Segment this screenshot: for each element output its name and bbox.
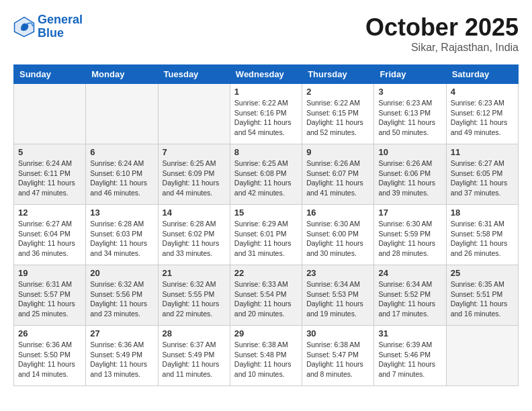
calendar-cell: 29Sunrise: 6:38 AMSunset: 5:48 PMDayligh… xyxy=(230,326,302,386)
calendar-cell: 18Sunrise: 6:31 AMSunset: 5:58 PMDayligh… xyxy=(446,205,518,265)
day-header-sunday: Sunday xyxy=(14,65,86,84)
day-number: 16 xyxy=(306,208,369,218)
day-header-thursday: Thursday xyxy=(302,65,374,84)
week-row-1: 5Sunrise: 6:24 AMSunset: 6:11 PMDaylight… xyxy=(14,144,519,205)
day-number: 9 xyxy=(306,147,369,157)
day-info: Sunrise: 6:22 AMSunset: 6:15 PMDaylight:… xyxy=(306,98,369,138)
calendar-cell xyxy=(158,84,230,144)
day-number: 26 xyxy=(18,328,81,338)
day-info: Sunrise: 6:30 AMSunset: 6:00 PMDaylight:… xyxy=(306,219,369,259)
day-info: Sunrise: 6:39 AMSunset: 5:46 PMDaylight:… xyxy=(378,340,441,379)
days-of-week-row: SundayMondayTuesdayWednesdayThursdayFrid… xyxy=(14,65,519,84)
week-row-0: 1Sunrise: 6:22 AMSunset: 6:16 PMDaylight… xyxy=(14,84,519,144)
day-info: Sunrise: 6:26 AMSunset: 6:07 PMDaylight:… xyxy=(306,158,369,198)
calendar-cell: 15Sunrise: 6:29 AMSunset: 6:01 PMDayligh… xyxy=(230,205,302,265)
calendar-table: SundayMondayTuesdayWednesdayThursdayFrid… xyxy=(13,64,519,386)
calendar-cell: 10Sunrise: 6:26 AMSunset: 6:06 PMDayligh… xyxy=(374,144,446,205)
day-number: 4 xyxy=(451,87,514,97)
day-info: Sunrise: 6:31 AMSunset: 5:57 PMDaylight:… xyxy=(18,279,81,319)
day-number: 24 xyxy=(378,268,441,278)
calendar-cell: 4Sunrise: 6:23 AMSunset: 6:12 PMDaylight… xyxy=(446,84,518,144)
day-info: Sunrise: 6:32 AMSunset: 5:55 PMDaylight:… xyxy=(163,279,226,319)
day-header-friday: Friday xyxy=(374,65,446,84)
day-number: 25 xyxy=(451,268,514,278)
week-row-3: 19Sunrise: 6:31 AMSunset: 5:57 PMDayligh… xyxy=(14,265,519,326)
calendar-cell: 11Sunrise: 6:27 AMSunset: 6:05 PMDayligh… xyxy=(446,144,518,205)
page-header: General Blue October 2025 Sikar, Rajasth… xyxy=(13,13,519,54)
calendar-cell: 13Sunrise: 6:28 AMSunset: 6:03 PMDayligh… xyxy=(86,205,158,265)
day-info: Sunrise: 6:25 AMSunset: 6:08 PMDaylight:… xyxy=(234,158,298,198)
day-number: 17 xyxy=(378,208,441,218)
month-title: October 2025 xyxy=(365,13,519,42)
day-number: 3 xyxy=(378,87,441,97)
day-number: 12 xyxy=(18,208,81,218)
calendar-cell: 8Sunrise: 6:25 AMSunset: 6:08 PMDaylight… xyxy=(230,144,302,205)
day-info: Sunrise: 6:30 AMSunset: 5:59 PMDaylight:… xyxy=(378,219,441,259)
day-number: 7 xyxy=(163,147,226,157)
day-number: 30 xyxy=(306,328,369,338)
day-info: Sunrise: 6:33 AMSunset: 5:54 PMDaylight:… xyxy=(234,279,298,319)
calendar-cell: 17Sunrise: 6:30 AMSunset: 5:59 PMDayligh… xyxy=(374,205,446,265)
day-number: 23 xyxy=(306,268,369,278)
day-number: 27 xyxy=(90,328,153,338)
day-number: 14 xyxy=(163,208,226,218)
day-number: 20 xyxy=(90,268,153,278)
calendar-cell: 21Sunrise: 6:32 AMSunset: 5:55 PMDayligh… xyxy=(158,265,230,326)
day-number: 2 xyxy=(306,87,369,97)
day-number: 11 xyxy=(451,147,514,157)
day-info: Sunrise: 6:38 AMSunset: 5:47 PMDaylight:… xyxy=(306,340,369,379)
day-number: 29 xyxy=(234,328,298,338)
calendar-cell xyxy=(14,84,86,144)
day-number: 21 xyxy=(163,268,226,278)
day-info: Sunrise: 6:28 AMSunset: 6:02 PMDaylight:… xyxy=(163,219,226,259)
calendar-cell: 7Sunrise: 6:25 AMSunset: 6:09 PMDaylight… xyxy=(158,144,230,205)
day-info: Sunrise: 6:24 AMSunset: 6:10 PMDaylight:… xyxy=(90,158,153,198)
day-number: 19 xyxy=(18,268,81,278)
calendar-cell: 23Sunrise: 6:34 AMSunset: 5:53 PMDayligh… xyxy=(302,265,374,326)
day-info: Sunrise: 6:35 AMSunset: 5:51 PMDaylight:… xyxy=(451,279,514,319)
day-info: Sunrise: 6:28 AMSunset: 6:03 PMDaylight:… xyxy=(90,219,153,259)
calendar-cell: 9Sunrise: 6:26 AMSunset: 6:07 PMDaylight… xyxy=(302,144,374,205)
day-info: Sunrise: 6:36 AMSunset: 5:49 PMDaylight:… xyxy=(90,340,153,379)
calendar-cell: 6Sunrise: 6:24 AMSunset: 6:10 PMDaylight… xyxy=(86,144,158,205)
calendar-cell: 30Sunrise: 6:38 AMSunset: 5:47 PMDayligh… xyxy=(302,326,374,386)
day-info: Sunrise: 6:24 AMSunset: 6:11 PMDaylight:… xyxy=(18,158,81,198)
calendar-cell xyxy=(446,326,518,386)
day-number: 10 xyxy=(378,147,441,157)
day-info: Sunrise: 6:27 AMSunset: 6:05 PMDaylight:… xyxy=(451,158,514,198)
calendar-cell: 26Sunrise: 6:36 AMSunset: 5:50 PMDayligh… xyxy=(14,326,86,386)
day-info: Sunrise: 6:26 AMSunset: 6:06 PMDaylight:… xyxy=(378,158,441,198)
day-info: Sunrise: 6:27 AMSunset: 6:04 PMDaylight:… xyxy=(18,219,81,259)
day-number: 13 xyxy=(90,208,153,218)
day-info: Sunrise: 6:32 AMSunset: 5:56 PMDaylight:… xyxy=(90,279,153,319)
day-number: 18 xyxy=(451,208,514,218)
day-info: Sunrise: 6:38 AMSunset: 5:48 PMDaylight:… xyxy=(234,340,298,379)
calendar-cell: 27Sunrise: 6:36 AMSunset: 5:49 PMDayligh… xyxy=(86,326,158,386)
day-number: 31 xyxy=(378,328,441,338)
title-block: October 2025 Sikar, Rajasthan, India xyxy=(365,13,519,54)
day-number: 5 xyxy=(18,147,81,157)
day-info: Sunrise: 6:23 AMSunset: 6:12 PMDaylight:… xyxy=(451,98,514,138)
day-info: Sunrise: 6:23 AMSunset: 6:13 PMDaylight:… xyxy=(378,98,441,138)
day-info: Sunrise: 6:29 AMSunset: 6:01 PMDaylight:… xyxy=(234,219,298,259)
week-row-4: 26Sunrise: 6:36 AMSunset: 5:50 PMDayligh… xyxy=(14,326,519,386)
day-number: 15 xyxy=(234,208,298,218)
calendar-cell: 1Sunrise: 6:22 AMSunset: 6:16 PMDaylight… xyxy=(230,84,302,144)
calendar-cell: 31Sunrise: 6:39 AMSunset: 5:46 PMDayligh… xyxy=(374,326,446,386)
day-header-tuesday: Tuesday xyxy=(158,65,230,84)
day-number: 8 xyxy=(234,147,298,157)
day-header-saturday: Saturday xyxy=(446,65,518,84)
calendar-header: SundayMondayTuesdayWednesdayThursdayFrid… xyxy=(14,65,519,84)
day-info: Sunrise: 6:34 AMSunset: 5:52 PMDaylight:… xyxy=(378,279,441,319)
day-number: 22 xyxy=(234,268,298,278)
week-row-2: 12Sunrise: 6:27 AMSunset: 6:04 PMDayligh… xyxy=(14,205,519,265)
day-info: Sunrise: 6:34 AMSunset: 5:53 PMDaylight:… xyxy=(306,279,369,319)
location: Sikar, Rajasthan, India xyxy=(365,42,519,54)
calendar-cell: 19Sunrise: 6:31 AMSunset: 5:57 PMDayligh… xyxy=(14,265,86,326)
day-number: 28 xyxy=(163,328,226,338)
calendar-cell: 22Sunrise: 6:33 AMSunset: 5:54 PMDayligh… xyxy=(230,265,302,326)
day-info: Sunrise: 6:25 AMSunset: 6:09 PMDaylight:… xyxy=(163,158,226,198)
calendar-cell: 12Sunrise: 6:27 AMSunset: 6:04 PMDayligh… xyxy=(14,205,86,265)
day-info: Sunrise: 6:22 AMSunset: 6:16 PMDaylight:… xyxy=(234,98,298,138)
day-number: 6 xyxy=(90,147,153,157)
